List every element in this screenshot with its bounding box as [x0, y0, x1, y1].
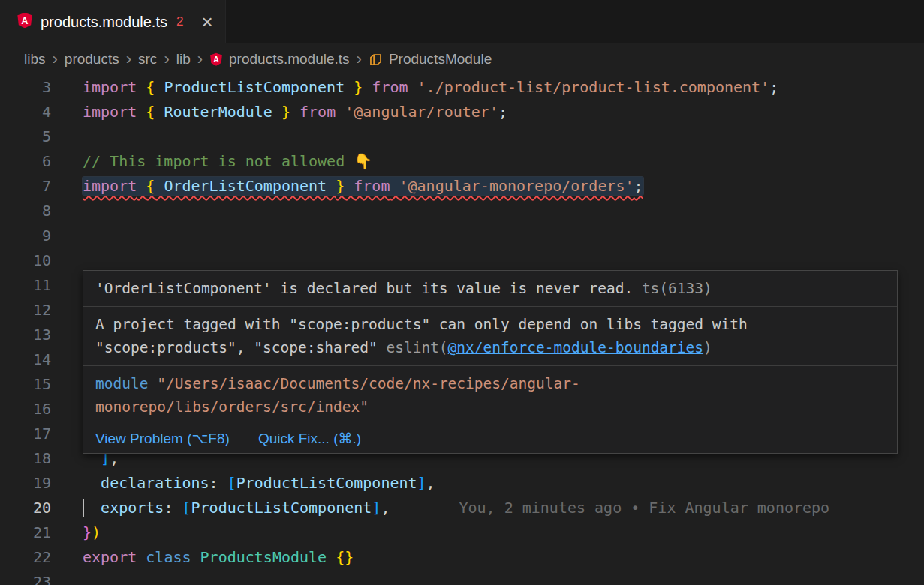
code-content: import { ProductListComponent } from './… [83, 75, 924, 100]
code-line-19[interactable]: 19 declarations: [ProductListComponent], [0, 471, 924, 496]
angular-file-icon: A [209, 52, 223, 66]
code-token: ; [769, 78, 778, 96]
line-number[interactable]: 15 [0, 372, 51, 397]
line-number[interactable]: 19 [0, 471, 51, 496]
indent-guide [83, 471, 83, 496]
hover-actions: View Problem (⌥F8)Quick Fix... (⌘.) [83, 425, 897, 453]
code-line-20[interactable]: 20 exports: [ProductListComponent],You, … [0, 496, 924, 520]
tab-bar: A products.module.ts 2 × [0, 0, 924, 44]
breadcrumb: libs › products › src › lib › A products… [0, 44, 924, 75]
code-token [148, 375, 157, 392]
code-content [83, 570, 924, 585]
code-token: ; [634, 177, 643, 195]
quick-fix-action[interactable]: Quick Fix... (⌘.) [258, 430, 361, 447]
line-number[interactable]: 3 [0, 75, 51, 100]
code-content [83, 199, 924, 224]
breadcrumb-item-symbol[interactable]: ProductsModule [369, 51, 492, 68]
line-number[interactable]: 17 [0, 422, 51, 446]
code-content [83, 224, 924, 248]
code-content: // This import is not allowed 👇 [83, 149, 924, 174]
tab-title: products.module.ts [41, 14, 167, 31]
code-token [390, 177, 399, 195]
tab-close-icon[interactable]: × [201, 12, 212, 32]
code-line-4[interactable]: 4import { RouterModule } from '@angular/… [0, 100, 924, 124]
line-number[interactable]: 9 [0, 224, 51, 248]
code-line-6[interactable]: 6// This import is not allowed 👇 [0, 149, 924, 174]
breadcrumb-item-file[interactable]: A products.module.ts [209, 51, 350, 68]
text-cursor [83, 500, 84, 518]
code-token [345, 177, 354, 195]
code-token: ProductListComponent [191, 499, 372, 517]
line-number[interactable]: 8 [0, 199, 51, 224]
tab-products-module[interactable]: A products.module.ts 2 × [0, 0, 226, 44]
line-number[interactable]: 14 [0, 347, 51, 372]
svg-text:A: A [213, 55, 219, 64]
code-token: { [146, 78, 155, 96]
chevron-right-icon: › [126, 51, 131, 68]
code-line-9[interactable]: 9 [0, 224, 924, 248]
class-symbol-icon [369, 52, 383, 67]
code-line-7[interactable]: 7import { OrderListComponent } from '@an… [0, 174, 924, 199]
code-token: from [299, 103, 336, 121]
code-content: }) [83, 520, 924, 545]
line-number[interactable]: 5 [0, 124, 51, 149]
line-number[interactable]: 22 [0, 545, 51, 570]
code-token: [ [227, 474, 236, 492]
code-content: declarations: [ProductListComponent], [83, 471, 924, 496]
code-token: './product-list/product-list.component' [417, 78, 770, 96]
code-line-8[interactable]: 8 [0, 199, 924, 224]
error-squiggle-range: import { OrderListComponent } from '@ang… [83, 177, 643, 195]
line-number[interactable]: 23 [0, 570, 51, 585]
code-token: : [164, 499, 182, 517]
line-number[interactable]: 13 [0, 322, 51, 347]
line-number[interactable]: 12 [0, 298, 51, 322]
line-number[interactable]: 18 [0, 446, 51, 471]
code-token: ts(6133) [633, 280, 712, 297]
code-token: ProductsModule [200, 548, 327, 566]
code-line-5[interactable]: 5 [0, 124, 924, 149]
code-token: from [372, 78, 408, 96]
code-token: '@angular/router' [345, 103, 498, 121]
code-content: exports: [ProductListComponent],You, 2 m… [83, 496, 924, 520]
code-line-23[interactable]: 23 [0, 570, 924, 585]
breadcrumb-item-src[interactable]: src [138, 51, 157, 68]
code-content: import { OrderListComponent } from '@ang… [83, 174, 924, 199]
hover-section-1: 'OrderListComponent' is declared but its… [83, 271, 897, 307]
code-token: } [336, 177, 345, 195]
line-number[interactable]: 16 [0, 397, 51, 422]
error-hover-popup: 'OrderListComponent' is declared but its… [83, 270, 898, 454]
code-token: { [146, 177, 155, 195]
hover-section-2: A project tagged with "scope:products" c… [83, 307, 897, 366]
code-token [336, 103, 345, 121]
code-editor[interactable]: 3import { ProductListComponent } from '.… [0, 75, 924, 585]
hover-message-line: A project tagged with "scope:products" c… [95, 313, 885, 336]
line-number[interactable]: 20 [0, 496, 51, 520]
eslint-rule-link[interactable]: @nx/enforce-module-boundaries [448, 339, 703, 356]
code-token [83, 474, 101, 492]
code-token: , [381, 499, 390, 517]
code-token [137, 548, 146, 566]
line-number[interactable]: 4 [0, 100, 51, 124]
inline-blame: You, 2 minutes ago • Fix Angular monorep… [459, 499, 829, 517]
code-line-21[interactable]: 21}) [0, 520, 924, 545]
view-problem-action[interactable]: View Problem (⌥F8) [95, 430, 230, 447]
line-number[interactable]: 11 [0, 273, 51, 298]
breadcrumb-item-lib[interactable]: lib [176, 51, 191, 68]
breadcrumb-item-products[interactable]: products [65, 51, 119, 68]
code-token: A project tagged with "scope:products" c… [95, 316, 748, 333]
line-number[interactable]: 21 [0, 520, 51, 545]
code-line-22[interactable]: 22export class ProductsModule {} [0, 545, 924, 570]
hover-sections: 'OrderListComponent' is declared but its… [83, 271, 897, 425]
code-token: "scope:products", "scope:shared" [95, 339, 386, 356]
code-token: export [83, 548, 137, 566]
breadcrumb-item-libs[interactable]: libs [24, 51, 46, 68]
code-token [191, 548, 200, 566]
code-token [137, 78, 146, 96]
line-number[interactable]: 7 [0, 174, 51, 199]
code-line-3[interactable]: 3import { ProductListComponent } from '.… [0, 75, 924, 100]
code-token [408, 78, 417, 96]
line-number[interactable]: 10 [0, 248, 51, 273]
line-number[interactable]: 6 [0, 149, 51, 174]
code-token: ProductListComponent [236, 474, 417, 492]
angular-file-icon: A [17, 12, 33, 32]
